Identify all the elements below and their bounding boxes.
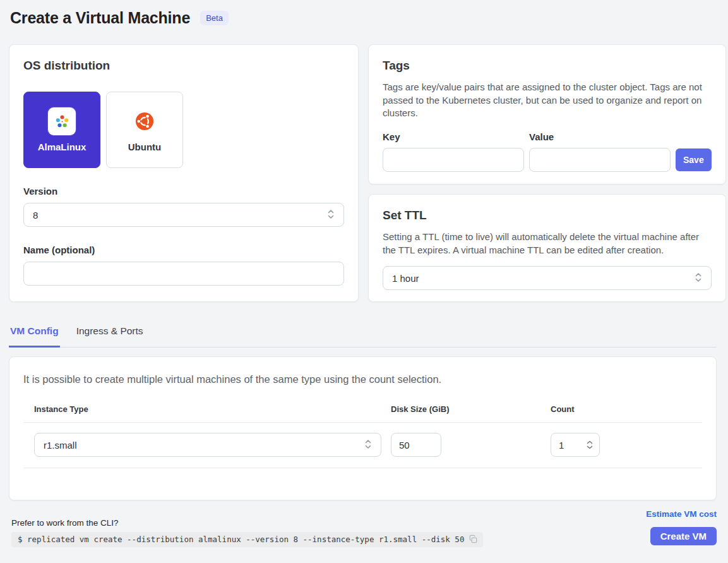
tag-key-field: Key <box>383 131 524 172</box>
instance-type-value: r1.small <box>44 440 77 451</box>
tag-value-input[interactable] <box>529 148 671 172</box>
almalinux-logo-icon <box>48 107 76 135</box>
version-select[interactable]: 8 <box>23 203 344 227</box>
col-header-count: Count <box>551 404 702 414</box>
version-label: Version <box>23 186 344 197</box>
chevron-updown-icon <box>327 209 335 222</box>
page-title: Create a Virtual Machine <box>10 9 190 27</box>
set-ttl-card: Set TTL Setting a TTL (time to live) wil… <box>368 194 726 302</box>
instance-type-select[interactable]: r1.small <box>34 433 381 457</box>
tags-card-title: Tags <box>383 59 712 73</box>
copy-button[interactable] <box>468 535 478 544</box>
footer-actions: Estimate VM cost Create VM <box>646 509 717 545</box>
count-value: 1 <box>559 440 564 451</box>
tag-value-field: Value <box>529 131 671 172</box>
vm-table-row: r1.small 1 <box>23 423 702 468</box>
os-tile-almalinux[interactable]: AlmaLinux <box>23 92 100 168</box>
os-tile-label: Ubuntu <box>128 142 161 152</box>
create-vm-button[interactable]: Create VM <box>650 527 717 545</box>
vm-name-input[interactable] <box>23 262 344 286</box>
copy-icon <box>468 535 478 544</box>
os-card-title: OS distribution <box>23 59 344 73</box>
cli-command-block: $ replicated vm create --distribution al… <box>11 532 483 547</box>
instance-type-cell: r1.small <box>23 433 391 457</box>
col-header-instance-type: Instance Type <box>23 404 391 414</box>
ttl-select-value: 1 hour <box>392 273 419 284</box>
create-vm-page: Create a Virtual Machine Beta OS distrib… <box>0 0 728 560</box>
tag-key-label: Key <box>383 131 524 142</box>
vm-table: Instance Type Disk Size (GiB) Count r1.s… <box>23 404 702 468</box>
disk-size-cell <box>391 433 551 457</box>
right-column: Tags Tags are key/value pairs that are a… <box>368 44 726 302</box>
os-tile-ubuntu[interactable]: Ubuntu <box>106 92 183 168</box>
cli-prompt: Prefer to work from the CLI? <box>11 518 483 528</box>
tab-bar: VM Config Ingress & Ports <box>9 319 717 348</box>
vm-config-card: It is possible to create multiple virtua… <box>9 356 717 500</box>
os-tiles: AlmaLinux <box>23 92 344 168</box>
vm-table-header: Instance Type Disk Size (GiB) Count <box>23 404 702 423</box>
tag-value-label: Value <box>529 131 671 142</box>
os-distribution-card: OS distribution AlmaL <box>9 44 359 302</box>
chevron-up-icon <box>587 440 593 444</box>
tag-form: Key Value Save <box>383 131 712 172</box>
stepper-arrows[interactable] <box>587 440 593 449</box>
ttl-select[interactable]: 1 hour <box>383 266 712 290</box>
disk-size-input[interactable] <box>391 433 441 457</box>
os-tile-label: AlmaLinux <box>38 142 87 152</box>
tags-description: Tags are key/value pairs that are assign… <box>383 81 712 120</box>
tab-vm-config[interactable]: VM Config <box>9 319 60 348</box>
version-select-value: 8 <box>33 210 38 221</box>
chevron-updown-icon <box>364 439 372 452</box>
col-header-disk-size: Disk Size (GiB) <box>391 404 551 414</box>
top-grid: OS distribution AlmaL <box>9 44 717 302</box>
ubuntu-logo-icon <box>131 107 158 135</box>
cli-command: $ replicated vm create --distribution al… <box>18 535 464 544</box>
ttl-description: Setting a TTL (time to live) will automa… <box>383 231 712 257</box>
page-footer: Prefer to work from the CLI? $ replicate… <box>9 505 717 547</box>
estimate-vm-cost-link[interactable]: Estimate VM cost <box>646 509 717 519</box>
tag-key-input[interactable] <box>383 148 524 172</box>
beta-badge: Beta <box>200 11 229 25</box>
cli-section: Prefer to work from the CLI? $ replicate… <box>9 518 483 547</box>
count-stepper[interactable]: 1 <box>551 433 600 457</box>
tags-card: Tags Tags are key/value pairs that are a… <box>368 44 726 185</box>
tab-ingress-ports[interactable]: Ingress & Ports <box>75 319 145 348</box>
vm-config-intro: It is possible to create multiple virtua… <box>23 373 702 385</box>
vm-name-label: Name (optional) <box>23 245 344 255</box>
ttl-card-title: Set TTL <box>383 209 712 222</box>
chevron-down-icon <box>587 445 593 449</box>
count-cell: 1 <box>551 433 702 457</box>
page-header: Create a Virtual Machine Beta <box>9 9 717 27</box>
save-tag-button[interactable]: Save <box>676 148 712 171</box>
chevron-updown-icon <box>695 272 702 285</box>
